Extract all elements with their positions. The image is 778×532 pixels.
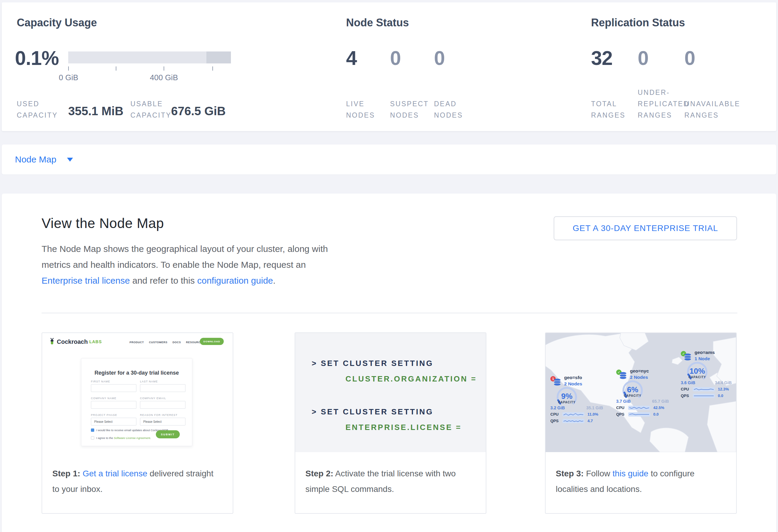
svg-text:CAPACITY: CAPACITY: [689, 376, 706, 379]
capacity-bar-other-segment: [207, 52, 231, 63]
cockroach-bug-icon: [49, 338, 55, 346]
license-agreement-checkbox-row: I agree to the Software License Agreemen…: [91, 436, 151, 440]
svg-text:CAPACITY: CAPACITY: [558, 401, 575, 404]
locality-name: geo=nyc: [630, 368, 649, 374]
cpu-row: CPU 12.3%: [681, 387, 729, 391]
cpu-sparkline: [693, 387, 715, 391]
database-icon: [553, 379, 561, 386]
node-map-toggle-label: Node Map: [15, 154, 56, 165]
cpu-row: CPU 11.0%: [550, 412, 598, 416]
capacity-gauge: 10% CAPACITY: [681, 361, 714, 380]
reason-label: REASON FOR INTEREST: [140, 413, 178, 416]
capacity-gauge: 9% CAPACITY: [550, 386, 583, 405]
company-name-label: COMPANY NAME: [91, 397, 116, 400]
sql-prompt-1: > SET CLUSTER SETTING: [312, 359, 434, 368]
nav-docs: DOCS: [173, 341, 181, 344]
live-nodes-label: LIVE NODES: [346, 98, 375, 121]
total-ranges-label: TOTAL RANGES: [591, 98, 625, 121]
enterprise-trial-button[interactable]: GET A 30-DAY ENTERPRISE TRIAL: [554, 216, 737, 240]
svg-text:6%: 6%: [627, 385, 638, 394]
project-phase-select: Please Select: [91, 418, 136, 426]
this-guide-link[interactable]: this guide: [613, 469, 648, 478]
section-divider: [42, 313, 737, 313]
company-email-label: COMPANY EMAIL: [140, 397, 166, 400]
step-1-card: Cockroach LABS PRODUCT CUSTOMERS DOCS RE…: [42, 332, 233, 514]
live-nodes-value: 4: [346, 47, 357, 69]
capacity-bar-track: [68, 52, 231, 63]
cpu-sparkline: [562, 412, 585, 416]
nav-product: PRODUCT: [130, 341, 144, 344]
capacity-bar-usable-segment: [68, 52, 207, 63]
capacity-total: 65.7 GiB: [652, 399, 669, 404]
svg-text:9%: 9%: [561, 392, 572, 401]
sql-setting-organization: CLUSTER.ORGANIZATION =: [345, 374, 477, 384]
axis-tick: [164, 66, 164, 71]
get-trial-license-link[interactable]: Get a trial license: [83, 469, 147, 478]
cockroach-labs-logo: Cockroach LABS: [49, 338, 102, 346]
capacity-percent: 0.1%: [15, 47, 59, 69]
unavailable-ranges-value: 0: [684, 47, 695, 69]
used-capacity-label: USED CAPACITY: [17, 98, 58, 121]
svg-text:10%: 10%: [690, 367, 705, 376]
qps-sparkline: [562, 419, 585, 423]
enterprise-trial-license-link[interactable]: Enterprise trial license: [42, 276, 130, 286]
reason-select: Please Select: [140, 418, 185, 426]
node-count: 2 Nodes: [630, 375, 648, 380]
cpu-sparkline: [628, 406, 650, 410]
capacity-used: 3.7 GiB: [616, 399, 631, 404]
node-map-description: The Node Map shows the geographical layo…: [42, 241, 331, 289]
trial-license-form: Register for a 30-day trial license FIRS…: [81, 358, 192, 446]
axis-label-400: 400 GiB: [150, 73, 178, 82]
used-capacity-value: 355.1 MiB: [68, 104, 124, 118]
chevron-down-icon: [67, 158, 73, 162]
axis-tick: [116, 66, 116, 71]
capacity-used: 3.6 GiB: [681, 380, 695, 385]
capacity-gauge: 6% CAPACITY: [616, 380, 649, 398]
under-replicated-label: UNDER- REPLICATED RANGES: [638, 87, 690, 121]
company-name-field: [91, 401, 136, 409]
nav-customers: CUSTOMERS: [149, 341, 167, 344]
sql-prompt-2: > SET CLUSTER SETTING: [312, 407, 434, 416]
suspect-nodes-label: SUSPECT NODES: [390, 98, 429, 121]
usable-capacity-value: 676.5 GiB: [171, 104, 226, 118]
sql-setting-license: ENTERPRISE.LICENSE =: [345, 423, 462, 432]
unavailable-ranges-label: UNAVAILABLE RANGES: [684, 98, 740, 121]
step-2-card: > SET CLUSTER SETTING CLUSTER.ORGANIZATI…: [295, 332, 486, 514]
node-map-section-toggle[interactable]: Node Map: [2, 145, 776, 174]
trial-signup-thumbnail: Cockroach LABS PRODUCT CUSTOMERS DOCS RE…: [42, 333, 233, 452]
cluster-summary-bar: Capacity Usage 0.1% 0 GiB 400 GiB USED C…: [2, 2, 776, 131]
checkbox-checked-icon: [91, 429, 94, 432]
page-title: View the Node Map: [42, 215, 164, 231]
locality-name: geo=ams: [695, 350, 715, 355]
node-map-panel: View the Node Map GET A 30-DAY ENTERPRIS…: [2, 194, 776, 532]
node-count: 1 Node: [695, 356, 710, 362]
configuration-guide-link[interactable]: configuration guide: [197, 276, 273, 286]
node-count: 2 Nodes: [564, 381, 582, 387]
total-ranges-value: 32: [591, 47, 612, 69]
replication-status-title: Replication Status: [591, 16, 685, 29]
axis-tick: [212, 66, 213, 71]
last-name-field: [140, 384, 185, 392]
company-email-field: [140, 401, 185, 409]
qps-sparkline: [628, 412, 650, 416]
dead-nodes-label: DEAD NODES: [434, 98, 463, 121]
step-3-card: 1 geo=sfo 2 Nodes 9% CAPACITY 3.2 GiB 35…: [545, 332, 737, 514]
database-icon: [619, 372, 627, 379]
suspect-nodes-value: 0: [390, 47, 401, 69]
capacity-usage-bar: 0 GiB 400 GiB: [68, 52, 231, 63]
node-map-thumbnail: 1 geo=sfo 2 Nodes 9% CAPACITY 3.2 GiB 35…: [546, 333, 736, 452]
qps-row: QPS 0.0: [681, 393, 723, 398]
dead-nodes-value: 0: [434, 47, 445, 69]
last-name-label: LAST NAME: [140, 380, 158, 383]
form-title: Register for a 30-day trial license: [81, 370, 192, 376]
capacity-usage-title: Capacity Usage: [17, 16, 97, 29]
qps-row: QPS 4.7: [550, 419, 593, 423]
cpu-row: CPU 42.5%: [616, 405, 664, 410]
locality-name: geo=sfo: [564, 375, 582, 380]
download-button: DOWNLOAD: [200, 338, 224, 345]
capacity-used: 3.2 GiB: [550, 405, 565, 410]
first-name-label: FIRST NAME: [91, 380, 110, 383]
step-1-caption: Step 1: Get a trial license delivered st…: [42, 452, 233, 497]
axis-label-zero: 0 GiB: [59, 73, 78, 82]
qps-sparkline: [693, 394, 715, 398]
